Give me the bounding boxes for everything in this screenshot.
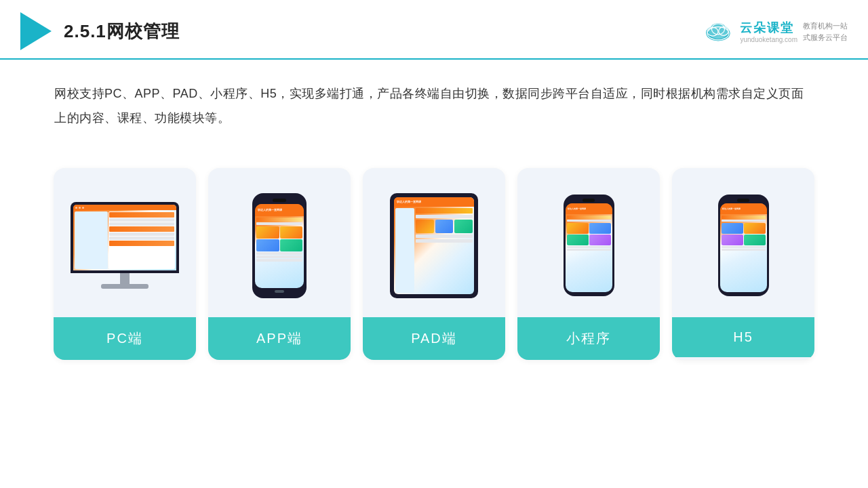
card-pad: 职达人的第一堂网课 bbox=[363, 168, 505, 360]
card-pc: PC端 bbox=[54, 168, 196, 360]
app-label: APP端 bbox=[208, 317, 351, 360]
h5-phone-icon: 职达人的第一堂网课 bbox=[718, 195, 769, 296]
miniprogram-phone-icon: 职达人的第一堂网课 bbox=[564, 195, 614, 296]
app-phone-icon: 职达人的第一堂网课 bbox=[252, 193, 307, 298]
header-right: 云朵课堂 yunduoketang.com 教育机构一站 式服务云平台 bbox=[702, 19, 848, 43]
pc-monitor-icon bbox=[71, 202, 179, 289]
card-h5: 职达人的第一堂网课 bbox=[672, 168, 814, 360]
miniprogram-label: 小程序 bbox=[517, 317, 660, 360]
pc-label: PC端 bbox=[54, 317, 196, 360]
pad-label: PAD端 bbox=[363, 317, 505, 360]
app-image-area: 职达人的第一堂网课 bbox=[208, 168, 351, 317]
svg-point-8 bbox=[709, 24, 728, 39]
h5-image-area: 职达人的第一堂网课 bbox=[672, 168, 814, 317]
device-cards-section: PC端 职达人的第一堂网课 bbox=[0, 148, 868, 380]
h5-label: H5 bbox=[672, 317, 814, 357]
pc-image-area bbox=[54, 168, 196, 317]
brand-logo: 云朵课堂 yunduoketang.com 教育机构一站 式服务云平台 bbox=[702, 19, 848, 43]
header-left: 2.5.1网校管理 bbox=[20, 12, 180, 50]
brand-taglines: 教育机构一站 式服务云平台 bbox=[803, 20, 848, 43]
description-text: 网校支持PC、APP、PAD、小程序、H5，实现多端打通，产品各终端自由切换，数… bbox=[0, 60, 868, 141]
logo-triangle-icon bbox=[20, 12, 52, 50]
cloud-logo-icon bbox=[702, 19, 734, 43]
pad-tablet-icon: 职达人的第一堂网课 bbox=[390, 193, 478, 298]
pad-image-area: 职达人的第一堂网课 bbox=[363, 168, 505, 317]
miniprogram-image-area: 职达人的第一堂网课 bbox=[517, 168, 660, 317]
card-miniprogram: 职达人的第一堂网课 bbox=[517, 168, 660, 360]
page-title: 2.5.1网校管理 bbox=[64, 20, 180, 43]
header: 2.5.1网校管理 云朵课堂 yunduoketang.com bbox=[0, 0, 868, 60]
card-app: 职达人的第一堂网课 bbox=[208, 168, 351, 360]
brand-name: 云朵课堂 yunduoketang.com bbox=[740, 20, 797, 43]
